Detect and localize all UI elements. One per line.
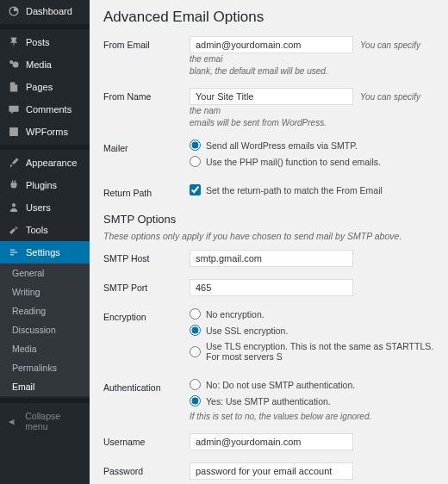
submenu-reading[interactable]: Reading	[0, 301, 90, 320]
sidebar-label: Dashboard	[26, 6, 72, 16]
smtp-host-label: SMTP Host	[103, 250, 190, 264]
page-title: Advanced Email Options	[103, 9, 434, 26]
settings-icon	[7, 246, 21, 258]
sidebar-label: Media	[26, 59, 52, 70]
sidebar-label: Tools	[26, 225, 48, 235]
encryption-ssl-radio[interactable]	[190, 325, 201, 336]
sidebar-item-pages[interactable]: Pages	[0, 76, 90, 98]
sidebar-item-users[interactable]: Users	[0, 196, 90, 219]
from-name-input[interactable]	[190, 88, 353, 105]
return-path-label: Return Path	[103, 184, 190, 198]
encryption-tls-radio[interactable]	[190, 346, 201, 357]
brush-icon	[7, 157, 21, 169]
encryption-ssl-option[interactable]: Use SSL encryption.	[190, 325, 434, 336]
smtp-port-label: SMTP Port	[103, 279, 190, 293]
tool-icon	[7, 224, 21, 236]
sidebar-label: Plugins	[26, 180, 57, 190]
password-label: Password	[103, 462, 190, 476]
smtp-desc: These options only apply if you have cho…	[103, 231, 434, 241]
collapse-icon: ◄	[7, 416, 20, 426]
sidebar-label: Users	[26, 202, 51, 213]
sidebar-item-appearance[interactable]: Appearance	[0, 152, 90, 174]
auth-hint: If this is set to no, the values below a…	[190, 412, 434, 421]
encryption-label: Encryption	[103, 308, 190, 322]
sidebar-item-plugins[interactable]: Plugins	[0, 174, 90, 196]
encryption-none-radio[interactable]	[190, 308, 201, 320]
from-email-label: From Email	[103, 36, 190, 50]
user-icon	[7, 202, 21, 214]
sidebar-item-dashboard[interactable]: Dashboard	[0, 0, 90, 22]
mailer-smtp-option[interactable]: Send all WordPress emails via SMTP.	[190, 140, 434, 151]
sidebar-item-wpforms[interactable]: WPForms	[0, 121, 90, 143]
sidebar-label: Pages	[26, 82, 53, 92]
media-icon	[7, 59, 21, 71]
page-icon	[7, 81, 21, 93]
submenu-email[interactable]: Email	[0, 377, 90, 396]
comment-icon	[7, 103, 21, 115]
username-input[interactable]	[190, 433, 353, 450]
auth-yes-radio[interactable]	[190, 395, 201, 406]
submenu-permalinks[interactable]: Permalinks	[0, 358, 90, 377]
return-path-checkbox[interactable]	[190, 184, 201, 195]
encryption-none-option[interactable]: No encryption.	[190, 308, 434, 320]
mailer-smtp-radio[interactable]	[190, 140, 201, 151]
submenu-media[interactable]: Media	[0, 339, 90, 358]
sidebar-item-media[interactable]: Media	[0, 53, 90, 76]
smtp-port-input[interactable]	[190, 279, 353, 296]
from-email-hint: blank, the default email will be used.	[190, 66, 434, 76]
main-content: Advanced Email Options From Email You ca…	[90, 0, 448, 484]
collapse-menu[interactable]: ◄Collapse menu	[0, 405, 90, 437]
plug-icon	[7, 179, 21, 191]
sidebar-item-tools[interactable]: Tools	[0, 219, 90, 241]
smtp-host-input[interactable]	[190, 250, 353, 267]
from-name-hint: emails will be sent from WordPress.	[190, 118, 434, 127]
sidebar-label: Comments	[26, 104, 72, 115]
submenu-general[interactable]: General	[0, 264, 90, 282]
username-label: Username	[103, 433, 190, 447]
return-path-option[interactable]: Set the return-path to match the From Em…	[190, 184, 434, 195]
mailer-label: Mailer	[103, 140, 190, 153]
submenu-writing[interactable]: Writing	[0, 282, 90, 301]
dashboard-icon	[7, 5, 21, 17]
admin-sidebar: Dashboard Posts Media Pages Comments WPF…	[0, 0, 90, 484]
smtp-options-title: SMTP Options	[103, 213, 434, 226]
sidebar-label: Appearance	[26, 158, 77, 168]
mailer-php-option[interactable]: Use the PHP mail() function to send emai…	[190, 156, 434, 167]
auth-yes-option[interactable]: Yes: Use SMTP authentication.	[190, 395, 434, 406]
sidebar-item-posts[interactable]: Posts	[0, 31, 90, 53]
mailer-php-radio[interactable]	[190, 156, 201, 167]
sidebar-item-settings[interactable]: Settings	[0, 241, 90, 264]
pin-icon	[7, 36, 21, 48]
settings-submenu: General Writing Reading Discussion Media…	[0, 264, 90, 396]
form-icon	[7, 126, 21, 138]
encryption-tls-option[interactable]: Use TLS encryption. This is not the same…	[190, 341, 434, 362]
sidebar-label: Posts	[26, 37, 50, 47]
from-email-input[interactable]	[190, 36, 353, 53]
sidebar-label: Settings	[26, 247, 60, 258]
from-name-label: From Name	[103, 88, 190, 102]
sidebar-item-comments[interactable]: Comments	[0, 98, 90, 121]
auth-label: Authentication	[103, 379, 190, 393]
auth-no-radio[interactable]	[190, 379, 201, 390]
submenu-discussion[interactable]: Discussion	[0, 320, 90, 339]
sidebar-label: WPForms	[26, 127, 68, 137]
password-input[interactable]	[190, 462, 353, 480]
auth-no-option[interactable]: No: Do not use SMTP authentication.	[190, 379, 434, 390]
